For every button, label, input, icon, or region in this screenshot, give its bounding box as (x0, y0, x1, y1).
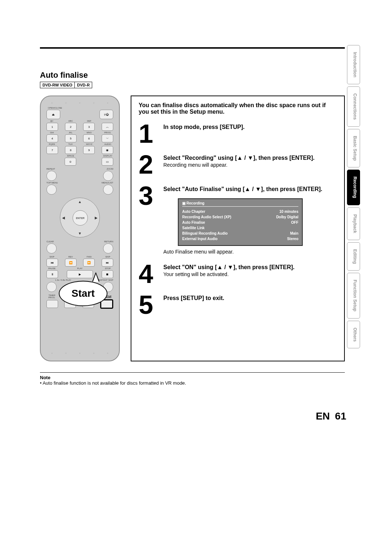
side-tab-introduction[interactable]: Introduction (347, 45, 360, 84)
start-callout: Start (59, 281, 107, 306)
disc-tag-2: DVD-R (75, 82, 92, 88)
slow-play-button[interactable] (46, 282, 57, 292)
eject-button[interactable]: ⏏ (46, 110, 60, 119)
enter-button[interactable]: ENTER (73, 210, 88, 226)
step-3: 3 Select "Auto Finalise" using [▲ / ▼], … (139, 185, 337, 255)
key-7[interactable]: 7 (46, 146, 58, 154)
key-2[interactable]: 2 (65, 123, 77, 131)
step-1: 1 In stop mode, press [SETUP]. (139, 122, 337, 145)
side-tab-connections[interactable]: Connections (347, 86, 360, 127)
repeat-button[interactable] (46, 171, 57, 181)
side-tab-recording[interactable]: Recording (347, 170, 360, 205)
step-4: 4 Select "ON" using [▲ / ▼], then press … (139, 263, 337, 285)
play-button[interactable]: ▶ (67, 270, 93, 278)
side-tab-function-setup[interactable]: Function Setup (347, 273, 360, 318)
side-tab-others[interactable]: Others (347, 321, 360, 349)
page-footer: EN61 (316, 410, 346, 422)
note-body: • Auto finalise function is not availabl… (40, 380, 345, 386)
label-open-close: OPEN/CLOSE (48, 107, 115, 109)
ch-down-button[interactable]: ﹀ (102, 134, 113, 142)
pause-button[interactable]: ⏸ (46, 270, 58, 278)
key-1[interactable]: 1 (46, 123, 58, 131)
menu-row: Satellite Link (182, 225, 298, 231)
remote-control: ▫▫▫▫▫ OPEN/CLOSE ⏏ I/⏻ @/:ABCDEF 1 2 3 ︿… (40, 96, 120, 361)
menu-row: External Input AudioStereo (182, 236, 298, 242)
key-6[interactable]: 6 (83, 134, 95, 142)
key-3[interactable]: 3 (83, 123, 95, 131)
menu-list-button[interactable] (103, 185, 113, 195)
disc-tag-1: DVD-RW VIDEO (40, 82, 75, 88)
side-tab-editing[interactable]: Editing (347, 242, 360, 271)
dpad[interactable]: ENTER ▲ ▼ ◀ ▶ (60, 198, 100, 238)
menu-row: Bilingual Recording AudioMain (182, 231, 298, 236)
side-tabs: IntroductionConnectionsBasic SetupRecord… (347, 45, 377, 351)
recording-menu: ▣ Recording Auto Chapter10 minutesRecord… (178, 198, 303, 246)
section-title: Auto finalise (40, 70, 345, 80)
fwd-button[interactable]: ⏩ (83, 259, 95, 267)
down-arrow-icon[interactable]: ▼ (78, 231, 82, 235)
zoom-button[interactable] (103, 171, 113, 181)
step-5: 5 Press [SETUP] to exit. (139, 293, 337, 316)
stop-button[interactable]: ⏹ (102, 270, 113, 278)
menu-row: Auto Chapter10 minutes (182, 209, 298, 214)
key-9[interactable]: 9 (83, 146, 95, 154)
intro-text: You can finalise discs automatically whe… (139, 102, 337, 115)
rev-button[interactable]: ⏪ (65, 259, 77, 267)
right-arrow-icon[interactable]: ▶ (95, 216, 98, 220)
steps-panel: You can finalise discs automatically whe… (131, 96, 345, 361)
disc-tags: DVD-RW VIDEO DVD-R (40, 82, 92, 88)
return-button[interactable] (103, 243, 113, 254)
top-menu-button[interactable] (46, 185, 57, 195)
key-0[interactable]: 0 (65, 158, 76, 166)
note-section: Note • Auto finalise function is not ava… (40, 372, 345, 386)
timer-prog-button[interactable] (46, 300, 58, 308)
left-arrow-icon[interactable]: ◀ (62, 216, 65, 220)
up-arrow-icon[interactable]: ▲ (78, 200, 82, 204)
audio-button[interactable]: ◉ (102, 146, 113, 154)
step-2: 2 Select "Recording" using [▲ / ▼], then… (139, 153, 337, 176)
side-tab-basic-setup[interactable]: Basic Setup (347, 129, 360, 168)
display-button[interactable]: ▭ (102, 158, 113, 166)
key-4[interactable]: 4 (46, 134, 58, 142)
power-button[interactable]: I/⏻ (99, 110, 113, 119)
clear-button[interactable] (46, 243, 57, 254)
ch-up-button[interactable]: ︿ (102, 123, 113, 131)
key-5[interactable]: 5 (65, 134, 77, 142)
skip-next-button[interactable]: ⏭ (102, 259, 113, 267)
menu-row: Recording Audio Select (XP)Dolby Digital (182, 214, 298, 220)
side-tab-playback[interactable]: Playback (347, 207, 360, 240)
menu-row: Auto FinaliseOFF (182, 220, 298, 225)
key-8[interactable]: 8 (65, 146, 77, 154)
skip-prev-button[interactable]: ⏮ (46, 259, 58, 267)
